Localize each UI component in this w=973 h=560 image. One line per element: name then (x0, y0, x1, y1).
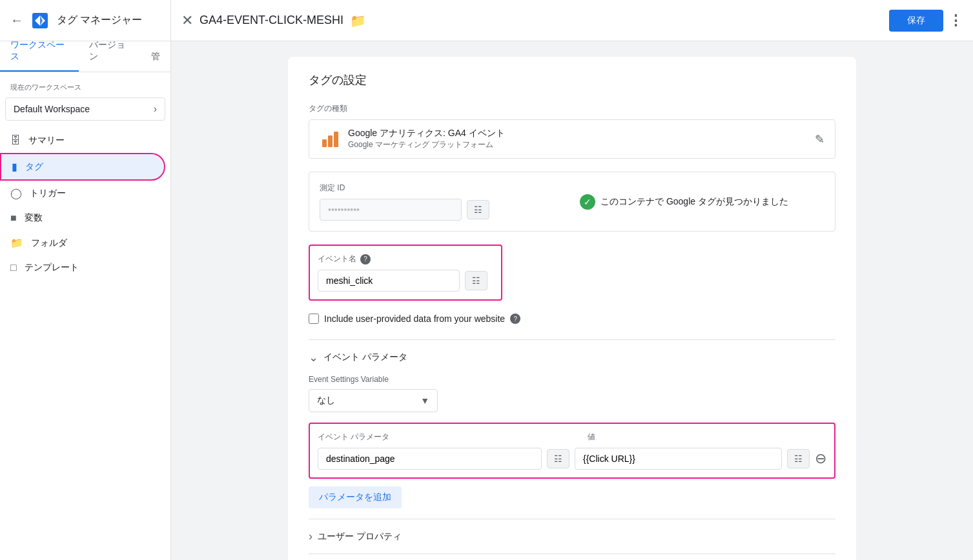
event-settings-var-select[interactable]: なし ▼ (309, 389, 438, 412)
measurement-id-var-btn[interactable]: ☷ (467, 200, 489, 219)
param-name-var-btn[interactable]: ☷ (547, 449, 569, 468)
ga4-analytics-icon (320, 129, 340, 150)
sidebar-label-tags: タグ (25, 161, 43, 173)
checkbox-label: Include user-provided data from your web… (324, 314, 505, 324)
event-name-section: イベント名 ? ☷ (309, 245, 502, 301)
params-val-header: 値 (588, 432, 826, 443)
sidebar-item-templates[interactable]: □ テンプレート (0, 255, 165, 280)
svg-rect-4 (328, 135, 333, 147)
templates-icon: □ (10, 262, 17, 274)
sidebar-label-triggers: トリガー (30, 188, 66, 199)
variables-icon: ■ (10, 212, 17, 224)
sidebar-label-folders: フォルダ (31, 237, 67, 249)
sidebar-label-templates: テンプレート (25, 262, 79, 274)
edit-tag-type-icon[interactable]: ✎ (815, 132, 824, 146)
workspace-selector[interactable]: Default Workspace › (5, 97, 165, 121)
event-name-label: イベント名 (318, 254, 356, 265)
tag-type-name: Google アナリティクス: GA4 イベント (348, 128, 505, 139)
user-props-label: ユーザー プロパティ (318, 531, 402, 543)
save-button[interactable]: 保存 (889, 10, 943, 32)
google-tag-found-check-icon: ✓ (580, 194, 595, 210)
event-settings-var-label: Event Settings Variable (309, 375, 835, 384)
event-name-input[interactable] (318, 270, 460, 292)
event-params-table: イベント パラメータ 値 ☷ ☷ ⊖ (309, 423, 835, 479)
param-value-input[interactable] (575, 448, 782, 470)
back-button[interactable]: ← (10, 13, 23, 28)
event-name-var-btn[interactable]: ☷ (465, 271, 487, 290)
user-props-chevron-icon: › (309, 530, 312, 543)
tag-type-card: Google アナリティクス: GA4 イベント Google マーケティング … (309, 119, 835, 159)
param-value-var-btn[interactable]: ☷ (787, 449, 810, 468)
tag-type-sub: Google マーケティング プラットフォーム (348, 139, 505, 150)
advanced-section: › 詳細設定 (309, 554, 835, 560)
folder-icon[interactable]: 📁 (350, 13, 366, 28)
event-settings-value: なし (317, 395, 335, 406)
more-options-icon[interactable]: ⋮ (948, 12, 963, 29)
select-arrow-icon: ▼ (420, 395, 429, 406)
sidebar-item-summary[interactable]: 🗄 サマリー (0, 128, 165, 153)
tab-workspace[interactable]: ワークスペース (0, 41, 79, 72)
triggers-icon: ◯ (10, 187, 22, 199)
sidebar-label-summary: サマリー (28, 135, 65, 146)
param-name-input[interactable] (318, 448, 542, 470)
app-title: タグ マネージャー (57, 14, 142, 27)
event-params-section-label: イベント パラメータ (323, 352, 407, 363)
params-col-header: イベント パラメータ (318, 432, 557, 443)
tab-version[interactable]: バージョン (79, 41, 141, 72)
checkbox-help-icon[interactable]: ? (510, 314, 520, 324)
summary-icon: 🗄 (10, 135, 21, 146)
gtm-logo (28, 9, 52, 32)
sidebar-item-variables[interactable]: ■ 変数 (0, 206, 165, 230)
user-props-header[interactable]: › ユーザー プロパティ (309, 527, 835, 546)
measurement-id-label: 測定 ID (320, 183, 564, 194)
tag-title: GA4-EVENT-CLICK-MESHI (200, 14, 343, 27)
measurement-id-input[interactable] (320, 199, 462, 221)
workspace-chevron-icon: › (154, 103, 157, 115)
event-params-section-header[interactable]: ⌄ イベント パラメータ (309, 350, 835, 365)
sidebar-label-variables: 変数 (25, 212, 43, 224)
add-param-button[interactable]: パラメータを追加 (309, 486, 402, 508)
tags-icon: ▮ (12, 161, 17, 173)
sidebar-item-triggers[interactable]: ◯ トリガー (0, 181, 165, 206)
panel-title: タグの設定 (309, 72, 835, 88)
user-data-checkbox[interactable] (309, 314, 319, 324)
workspace-name: Default Workspace (14, 104, 90, 114)
close-icon[interactable]: ✕ (181, 12, 193, 29)
workspace-section-label: 現在のワークスペース (0, 80, 170, 95)
tab-admin[interactable]: 管 (141, 43, 170, 72)
sidebar-item-folders[interactable]: 📁 フォルダ (0, 230, 165, 255)
event-params-chevron-icon: ⌄ (309, 350, 318, 365)
remove-param-btn[interactable]: ⊖ (815, 452, 826, 466)
tag-type-label: タグの種類 (309, 103, 835, 114)
event-name-help-icon[interactable]: ? (360, 254, 371, 265)
table-row: ☷ ☷ ⊖ (318, 448, 826, 470)
google-tag-found-text: このコンテナで Google タグが見つかりました (600, 196, 788, 208)
folders-icon: 📁 (10, 237, 23, 249)
sidebar-item-tags[interactable]: ▮ タグ (0, 153, 165, 181)
svg-rect-5 (334, 132, 338, 147)
user-props-section: › ユーザー プロパティ (309, 519, 835, 546)
svg-rect-3 (322, 139, 327, 147)
